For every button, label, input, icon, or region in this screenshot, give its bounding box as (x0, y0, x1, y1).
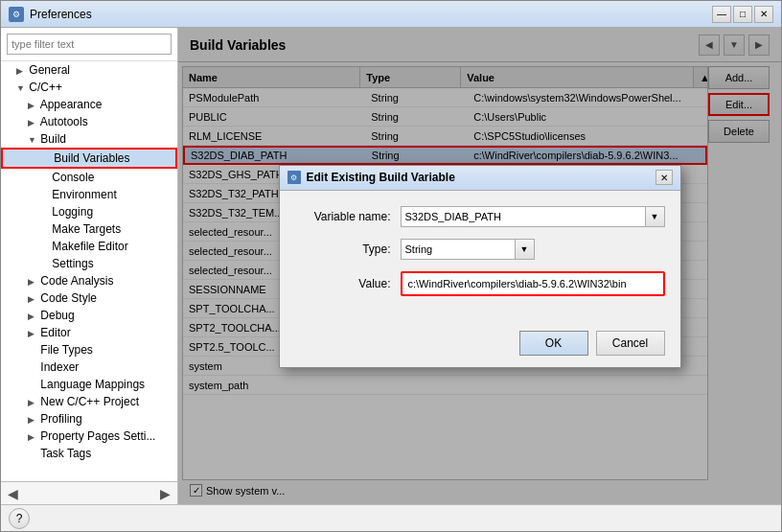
sidebar-item-settings[interactable]: Settings (1, 255, 177, 272)
dialog-title-text: Edit Existing Build Variable (307, 171, 455, 184)
sidebar-item-label: General (29, 63, 70, 77)
sidebar-item-code-analysis[interactable]: ▶ Code Analysis (1, 272, 177, 289)
expand-arrow: ▶ (28, 101, 37, 110)
sidebar-item-console[interactable]: Console (1, 169, 177, 186)
sidebar-item-label: C/C++ (29, 81, 62, 94)
sidebar-item-environment[interactable]: Environment (1, 186, 177, 203)
type-label: Type: (295, 243, 401, 256)
sidebar-item-label: Autotools (40, 115, 88, 128)
sidebar-item-file-types[interactable]: File Types (1, 341, 177, 359)
sidebar-item-make-targets[interactable]: Make Targets (1, 220, 177, 238)
variable-name-value: S32DS_DIAB_PATH (401, 206, 646, 227)
nav-forward-button[interactable]: ▶ (157, 486, 173, 501)
sidebar-item-label: Code Analysis (40, 274, 113, 288)
title-bar-left: ⚙ Preferences (9, 7, 92, 22)
filter-input[interactable] (7, 34, 172, 55)
expand-arrow: ▶ (16, 66, 26, 76)
sidebar-item-label: Code Style (40, 291, 97, 305)
sidebar-item-language-mappings[interactable]: Language Mappings (1, 376, 177, 393)
edit-dialog: ⚙ Edit Existing Build Variable ✕ Variabl… (279, 165, 681, 368)
sidebar-item-label: Make Targets (52, 222, 121, 236)
dialog-title-left: ⚙ Edit Existing Build Variable (288, 171, 455, 184)
close-button[interactable]: ✕ (754, 6, 773, 23)
sidebar-item-label: Logging (52, 205, 93, 219)
sidebar-item-label: Makefile Editor (52, 240, 127, 253)
title-bar: ⚙ Preferences — □ ✕ (1, 1, 781, 28)
app-icon: ⚙ (9, 7, 24, 22)
sidebar-item-label: Settings (52, 257, 93, 270)
maximize-button[interactable]: □ (733, 6, 752, 23)
dialog-close-button[interactable]: ✕ (656, 170, 673, 185)
dialog-footer: OK Cancel (280, 323, 680, 367)
sidebar-item-profiling[interactable]: ▶ Profiling (1, 410, 177, 428)
tree-bottom-nav: ◀ ▶ (1, 481, 177, 504)
sidebar-item-logging[interactable]: Logging (1, 203, 177, 220)
sidebar-item-autotools[interactable]: ▶ Autotools (1, 113, 177, 130)
sidebar-item-task-tags[interactable]: Task Tags (1, 445, 177, 462)
sidebar-item-label: Debug (40, 309, 74, 322)
expand-arrow: ▶ (28, 329, 37, 338)
expand-arrow: ▼ (16, 83, 26, 93)
expand-arrow: ▶ (28, 294, 37, 304)
sidebar-item-build[interactable]: ▼ Build (1, 130, 177, 148)
main-content: ▶ General ▼ C/C++ ▶ Appearance ▶ Autotoo… (1, 28, 781, 504)
sidebar-item-debug[interactable]: ▶ Debug (1, 307, 177, 324)
sidebar-item-makefile-editor[interactable]: Makefile Editor (1, 238, 177, 255)
expand-arrow: ▶ (28, 312, 37, 321)
expand-arrow: ▶ (28, 432, 37, 442)
expand-arrow: ▶ (28, 277, 37, 287)
sidebar-item-build-variables[interactable]: Build Variables (1, 148, 177, 169)
sidebar-item-label: Environment (52, 188, 116, 201)
dialog-body: Variable name: S32DS_DIAB_PATH ▼ Type: (280, 191, 680, 323)
variable-name-row: Variable name: S32DS_DIAB_PATH ▼ (295, 206, 665, 227)
variable-name-dropdown[interactable]: ▼ (646, 206, 665, 227)
sidebar-item-label: Build Variables (54, 151, 129, 165)
value-input[interactable] (401, 271, 665, 296)
expand-arrow: ▶ (28, 415, 37, 425)
sidebar-item-label: Profiling (40, 412, 81, 426)
type-field: String ▼ (401, 239, 535, 260)
dialog-icon: ⚙ (288, 171, 301, 184)
help-button[interactable]: ? (9, 508, 30, 529)
sidebar-item-label: Indexer (40, 360, 79, 374)
sidebar-item-new-cpp-project[interactable]: ▶ New C/C++ Project (1, 393, 177, 410)
right-panel: Build Variables ◀ ▼ ▶ Name Type Value ▲ (178, 28, 781, 504)
sidebar-item-indexer[interactable]: Indexer (1, 359, 177, 376)
value-row: Value: (295, 271, 665, 296)
type-value: String (401, 239, 516, 260)
variable-name-field: S32DS_DIAB_PATH ▼ (401, 206, 665, 227)
left-panel: ▶ General ▼ C/C++ ▶ Appearance ▶ Autotoo… (1, 28, 178, 504)
sidebar-item-label: Property Pages Setti... (40, 429, 155, 443)
sidebar-item-label: Build (40, 132, 66, 146)
sidebar-item-label: Language Mappings (40, 378, 145, 391)
sidebar-item-general[interactable]: ▶ General (1, 61, 177, 79)
sidebar-item-label: File Types (40, 343, 92, 357)
sidebar-item-label: Task Tags (40, 447, 91, 460)
sidebar-item-label: Console (52, 171, 94, 184)
window-title: Preferences (30, 8, 92, 21)
sidebar-item-appearance[interactable]: ▶ Appearance (1, 96, 177, 113)
preferences-window: ⚙ Preferences — □ ✕ ▶ General ▼ C/C (0, 0, 782, 532)
dialog-title-bar: ⚙ Edit Existing Build Variable ✕ (280, 166, 680, 191)
type-dropdown[interactable]: ▼ (516, 239, 535, 260)
sidebar-item-label: Appearance (40, 98, 103, 111)
filter-box (1, 28, 177, 61)
cancel-button[interactable]: Cancel (596, 331, 665, 356)
tree-area: ▶ General ▼ C/C++ ▶ Appearance ▶ Autotoo… (1, 61, 177, 481)
sidebar-item-cpp[interactable]: ▼ C/C++ (1, 79, 177, 96)
sidebar-item-property-pages[interactable]: ▶ Property Pages Setti... (1, 428, 177, 445)
expand-arrow: ▶ (28, 118, 37, 127)
bottom-bar: ? (1, 504, 781, 531)
expand-arrow: ▶ (28, 398, 37, 407)
sidebar-item-label: Editor (40, 326, 70, 339)
value-label: Value: (295, 277, 401, 290)
title-bar-buttons: — □ ✕ (712, 6, 773, 23)
dialog-overlay: ⚙ Edit Existing Build Variable ✕ Variabl… (178, 28, 781, 504)
sidebar-item-editor[interactable]: ▶ Editor (1, 324, 177, 341)
sidebar-item-label: New C/C++ Project (40, 395, 139, 408)
sidebar-item-code-style[interactable]: ▶ Code Style (1, 289, 177, 307)
nav-back-button[interactable]: ◀ (5, 486, 21, 501)
expand-arrow: ▼ (28, 135, 37, 145)
ok-button[interactable]: OK (519, 331, 588, 356)
minimize-button[interactable]: — (712, 6, 731, 23)
